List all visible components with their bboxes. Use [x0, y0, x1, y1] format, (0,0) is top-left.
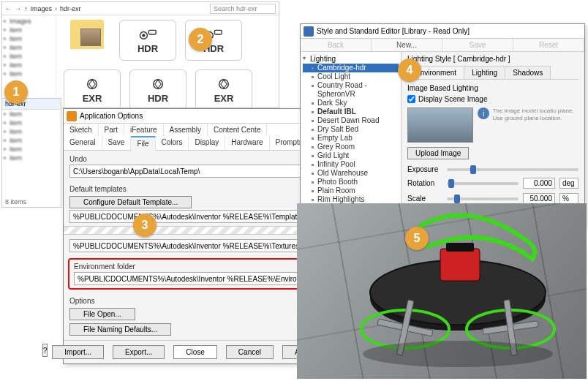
tree-root-lighting[interactable]: Lighting — [303, 54, 399, 64]
checkbox-input[interactable] — [407, 95, 415, 103]
file-ext-label: EXR — [83, 93, 102, 104]
back-button[interactable]: Back — [301, 39, 372, 51]
tab-file[interactable]: File — [131, 136, 155, 151]
tree-node[interactable]: item — [4, 34, 54, 43]
tab-assembly[interactable]: Assembly — [164, 124, 208, 136]
tab-general[interactable]: General — [64, 136, 102, 150]
new-button[interactable]: New... — [372, 39, 442, 51]
file-tile-exr[interactable]: EXR — [195, 69, 252, 110]
search-input[interactable]: Search hdr-exr — [210, 4, 276, 14]
tree-item[interactable]: Grey Room — [303, 143, 399, 151]
dialog-title: Application Options — [80, 112, 143, 120]
lighting-style-tree[interactable]: Lighting Cambridge-hdrCool LightCountry … — [301, 52, 402, 226]
configure-default-template-button[interactable]: Configure Default Template... — [69, 196, 192, 208]
file-naming-defaults-button[interactable]: File Naming Defaults... — [69, 323, 171, 336]
scale-value[interactable]: 50.000 — [523, 193, 555, 204]
tree-node[interactable]: item — [2, 127, 61, 136]
tree-node[interactable]: item — [2, 136, 61, 145]
tree-node[interactable]: item — [4, 26, 54, 34]
style-standard-editor-dialog: Style and Standard Editor [Library - Rea… — [300, 23, 585, 227]
step-badge-5: 5 — [405, 227, 429, 250]
tree-item[interactable]: Cool Light — [303, 72, 399, 81]
tab-contentcenter[interactable]: Content Cente — [208, 124, 268, 136]
app-icon — [304, 26, 314, 37]
svg-rect-12 — [446, 243, 474, 252]
tab-sketch[interactable]: Sketch — [64, 124, 99, 136]
svg-rect-11 — [440, 249, 480, 281]
dialog-title-bar[interactable]: Style and Standard Editor [Library - Rea… — [301, 24, 584, 39]
tree-item[interactable]: Country Road - SpheronVR — [303, 81, 399, 99]
tree-node[interactable]: item — [4, 61, 54, 69]
tab-save[interactable]: Save — [102, 136, 132, 150]
style-name-label: Lighting Style [ Cambridge-hdr ] — [407, 55, 578, 63]
svg-rect-2 — [148, 30, 156, 34]
breadcrumb-images[interactable]: Images — [28, 5, 56, 12]
file-explorer2: hdr-exr item item item item item item 8 … — [1, 98, 61, 208]
tree-node[interactable]: item — [4, 43, 54, 52]
file-open-button[interactable]: File Open... — [69, 308, 135, 320]
file-tile-hdr[interactable]: HDR — [129, 69, 186, 110]
tab-hardware[interactable]: Hardware — [225, 136, 269, 150]
nav-back-icon[interactable]: ← — [5, 5, 12, 12]
display-scene-image-checkbox[interactable]: Display Scene Image — [407, 95, 578, 103]
file-ext-label: EXR — [214, 93, 234, 104]
environment-folder-input[interactable] — [74, 272, 305, 285]
tree-item[interactable]: Desert Dawn Road — [303, 116, 399, 125]
file-tile-exr[interactable]: EXR — [64, 69, 121, 110]
tree-node[interactable]: item — [2, 110, 61, 118]
exposure-slider[interactable] — [447, 168, 578, 171]
import-button[interactable]: Import... — [52, 345, 104, 359]
tree-node[interactable]: item — [2, 154, 61, 162]
aperture-icon — [82, 77, 102, 91]
step-badge-1: 1 — [4, 80, 28, 104]
export-button[interactable]: Export... — [113, 345, 165, 359]
ibl-group-label: Image Based Lighting — [407, 84, 578, 92]
tree-item[interactable]: Cambridge-hdr — [303, 64, 399, 72]
textures-path-input[interactable] — [69, 239, 309, 252]
tree-item[interactable]: Dark Sky — [303, 99, 399, 107]
file-tile-hdr[interactable]: HDR — [119, 20, 176, 61]
undo-label: Undo — [69, 155, 327, 163]
undo-path-input[interactable] — [69, 165, 309, 178]
help-button[interactable]: ? — [42, 344, 48, 357]
nav-fwd-icon[interactable]: → — [15, 5, 21, 12]
reset-button[interactable]: Reset — [513, 39, 584, 51]
tree-node[interactable]: item — [4, 52, 54, 61]
dialog-title: Style and Standard Editor [Library - Rea… — [317, 27, 470, 35]
rotation-value[interactable]: 0.000 — [523, 178, 555, 189]
tree-item[interactable]: Photo Booth — [303, 178, 399, 186]
dialog-title-bar[interactable]: Application Options — [64, 109, 333, 124]
tree-item[interactable]: Grid Light — [303, 151, 399, 160]
application-options-dialog: Application Options Sketch Part iFeature… — [63, 108, 333, 364]
folder-item[interactable] — [64, 20, 110, 61]
tree-item[interactable]: Default IBL — [303, 107, 399, 116]
save-button[interactable]: Save — [442, 39, 513, 51]
tab-colors[interactable]: Colors — [156, 136, 189, 150]
tree-item[interactable]: Infinity Pool — [303, 160, 399, 169]
address-bar[interactable]: ← → ↑ Images › hdr-exr Search hdr-exr — [2, 2, 279, 15]
tree-node[interactable]: Images — [4, 17, 54, 26]
subtab-lighting[interactable]: Lighting — [464, 66, 505, 79]
rotation-label: Rotation — [407, 179, 442, 187]
scale-slider[interactable] — [447, 197, 519, 200]
info-icon: i — [478, 107, 489, 119]
tree-node[interactable]: item — [2, 145, 61, 154]
rotation-slider[interactable] — [447, 182, 519, 185]
tree-node[interactable]: item — [4, 69, 54, 78]
tree-item[interactable]: Empty Lab — [303, 134, 399, 143]
tab-display[interactable]: Display — [189, 136, 225, 150]
close-button[interactable]: Close — [173, 345, 217, 359]
breadcrumb-hdrexr[interactable]: hdr-exr — [57, 5, 84, 12]
tree-item[interactable]: Old Warehouse — [303, 169, 399, 178]
upload-image-button[interactable]: Upload Image — [407, 147, 469, 159]
tab-ifeature[interactable]: iFeature — [124, 124, 164, 136]
tree-item[interactable]: Plain Room — [303, 186, 399, 195]
subtab-shadows[interactable]: Shadows — [505, 66, 551, 79]
default-template-path-input[interactable] — [69, 210, 309, 223]
tab-part[interactable]: Part — [99, 124, 124, 136]
rotation-unit[interactable]: deg — [559, 178, 578, 189]
tree-item[interactable]: Dry Salt Bed — [303, 125, 399, 134]
scale-unit[interactable]: % — [559, 193, 578, 204]
tree-node[interactable]: item — [2, 118, 61, 127]
cancel-button[interactable]: Cancel — [226, 345, 274, 359]
